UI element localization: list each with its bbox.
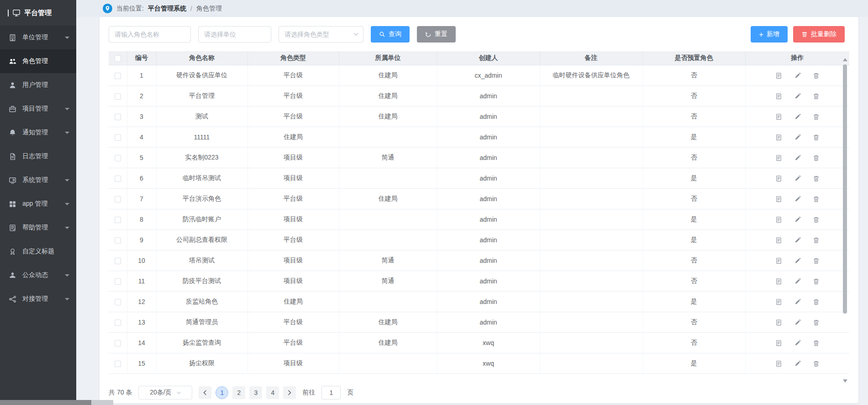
vertical-scrollbar[interactable] [842,57,848,384]
edit-icon[interactable] [794,319,801,326]
scroll-up-arrow-icon[interactable] [843,58,847,61]
delete-icon[interactable] [813,155,820,161]
delete-icon[interactable] [813,72,820,79]
role-type-select[interactable] [279,26,363,43]
sidebar-item-app 管理[interactable]: app 管理 [0,192,76,216]
cell-no: 10 [127,250,156,271]
delete-icon[interactable] [813,257,820,264]
edit-icon[interactable] [794,257,801,264]
edit-icon[interactable] [794,298,801,305]
prev-page-button[interactable] [199,386,211,399]
sidebar-item-用户管理[interactable]: 用户管理 [0,73,76,97]
next-page-button[interactable] [283,386,296,399]
horizontal-scrollbar-thumb[interactable] [0,400,91,405]
view-icon[interactable] [775,93,782,100]
row-checkbox[interactable] [115,155,121,161]
sidebar-item-公众动态[interactable]: 公众动态 [0,263,76,287]
row-checkbox[interactable] [115,217,121,223]
row-checkbox[interactable] [115,320,121,326]
row-checkbox[interactable] [115,176,121,182]
edit-icon[interactable] [794,113,801,120]
row-checkbox[interactable] [115,258,121,264]
delete-icon[interactable] [813,196,820,202]
add-button[interactable]: + 新增 [751,26,788,43]
page-number-2[interactable]: 2 [232,386,245,399]
sidebar-item-日志管理[interactable]: 日志管理 [0,144,76,168]
batch-delete-button[interactable]: 批量删除 [793,26,845,43]
edit-icon[interactable] [794,72,801,79]
delete-icon[interactable] [813,360,820,367]
sidebar-item-项目管理[interactable]: 项目管理 [0,97,76,121]
horizontal-scrollbar[interactable] [0,400,868,405]
view-icon[interactable] [775,196,782,202]
view-icon[interactable] [775,216,782,223]
page-number-3[interactable]: 3 [249,386,262,399]
delete-icon[interactable] [813,237,820,244]
row-checkbox[interactable] [115,340,121,346]
sidebar-item-单位管理[interactable]: 单位管理 [0,26,76,49]
edit-icon[interactable] [794,196,801,202]
row-checkbox[interactable] [115,299,121,305]
edit-icon[interactable] [794,360,801,367]
edit-icon[interactable] [794,278,801,285]
pagination: 共 70 条 20条/页 1234 前往 页 [109,386,353,400]
view-icon[interactable] [775,360,782,367]
vertical-scrollbar-thumb[interactable] [843,64,847,314]
view-icon[interactable] [775,113,782,120]
delete-icon[interactable] [813,216,820,223]
view-icon[interactable] [775,237,782,244]
view-icon[interactable] [775,340,782,346]
view-icon[interactable] [775,319,782,326]
view-icon[interactable] [775,134,782,141]
page-size-select[interactable]: 20条/页 [138,386,192,400]
edit-icon[interactable] [794,155,801,161]
view-icon[interactable] [775,298,782,305]
row-checkbox[interactable] [115,278,121,285]
edit-icon[interactable] [794,340,801,346]
row-checkbox[interactable] [115,134,121,141]
edit-icon[interactable] [794,134,801,141]
edit-icon[interactable] [794,175,801,182]
sidebar-item-系统管理[interactable]: 系统管理 [0,168,76,192]
sidebar-item-角色管理[interactable]: 角色管理 [0,49,76,73]
select-all-checkbox[interactable] [115,55,121,62]
delete-icon[interactable] [813,93,820,100]
row-checkbox[interactable] [115,196,121,202]
delete-icon[interactable] [813,298,820,305]
unit-select[interactable] [198,26,271,43]
row-checkbox[interactable] [115,237,121,244]
row-checkbox[interactable] [115,93,121,100]
page-number-4[interactable]: 4 [266,386,279,399]
delete-icon[interactable] [813,175,820,182]
delete-icon[interactable] [813,319,820,326]
scroll-down-arrow-icon[interactable] [843,379,847,383]
view-icon[interactable] [775,257,782,264]
edit-icon[interactable] [794,237,801,244]
goto-page-input[interactable] [321,386,341,400]
reset-button[interactable]: 重置 [417,26,456,43]
row-checkbox[interactable] [115,361,121,367]
role-type-select-input[interactable] [279,26,363,43]
delete-icon[interactable] [813,278,820,285]
view-icon[interactable] [775,155,782,161]
sidebar-item-通知管理[interactable]: 通知管理 [0,121,76,144]
search-button[interactable]: 查询 [371,26,410,43]
edit-icon[interactable] [794,93,801,100]
row-checkbox[interactable] [115,114,121,120]
delete-icon[interactable] [813,113,820,120]
breadcrumb-root[interactable]: 平台管理系统 [148,5,186,13]
unit-select-input[interactable] [198,26,271,43]
row-checkbox[interactable] [115,73,121,79]
sidebar-item-帮助管理[interactable]: 帮助管理 [0,216,76,240]
sidebar: 平台管理 单位管理角色管理用户管理项目管理通知管理日志管理系统管理app 管理帮… [0,0,76,405]
view-icon[interactable] [775,175,782,182]
page-number-1[interactable]: 1 [216,386,228,399]
delete-icon[interactable] [813,340,820,346]
delete-icon[interactable] [813,134,820,141]
view-icon[interactable] [775,72,782,79]
sidebar-item-对接管理[interactable]: 对接管理 [0,287,76,311]
role-name-input[interactable] [109,26,191,43]
edit-icon[interactable] [794,216,801,223]
view-icon[interactable] [775,278,782,285]
sidebar-item-自定义标题[interactable]: 自定义标题 [0,240,76,263]
